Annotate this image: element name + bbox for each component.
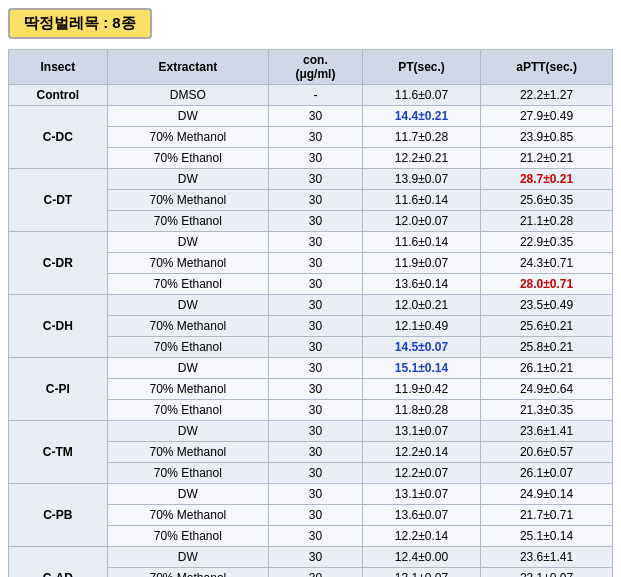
insect-label: Control xyxy=(9,85,108,106)
aptt-cell: 24.9±0.14 xyxy=(481,484,613,505)
table-row: C-ADDW3012.4±0.0023.6±1.41 xyxy=(9,547,613,568)
extractant-cell: DW xyxy=(107,547,268,568)
extractant-cell: DW xyxy=(107,295,268,316)
con-cell: 30 xyxy=(269,211,363,232)
table-row: C-DHDW3012.0±0.2123.5±0.49 xyxy=(9,295,613,316)
pt-cell: 13.1±0.07 xyxy=(362,568,480,578)
extractant-cell: 70% Ethanol xyxy=(107,337,268,358)
insect-label: C-TM xyxy=(9,421,108,484)
aptt-cell: 27.9±0.49 xyxy=(481,106,613,127)
extractant-cell: DW xyxy=(107,106,268,127)
aptt-cell: 22.9±0.35 xyxy=(481,232,613,253)
aptt-cell: 23.6±1.41 xyxy=(481,421,613,442)
pt-cell: 12.2±0.14 xyxy=(362,526,480,547)
aptt-cell: 28.0±0.71 xyxy=(481,274,613,295)
aptt-cell: 26.1±0.07 xyxy=(481,463,613,484)
pt-cell: 11.9±0.07 xyxy=(362,253,480,274)
pt-cell: 11.9±0.42 xyxy=(362,379,480,400)
insect-label: C-AD xyxy=(9,547,108,578)
table-row: C-TMDW3013.1±0.0723.6±1.41 xyxy=(9,421,613,442)
extractant-cell: 70% Methanol xyxy=(107,127,268,148)
extractant-cell: DMSO xyxy=(107,85,268,106)
con-cell: 30 xyxy=(269,148,363,169)
aptt-cell: 28.7±0.21 xyxy=(481,169,613,190)
con-cell: 30 xyxy=(269,463,363,484)
aptt-cell: 23.9±0.85 xyxy=(481,127,613,148)
extractant-cell: DW xyxy=(107,358,268,379)
table-row: C-DTDW3013.9±0.0728.7±0.21 xyxy=(9,169,613,190)
aptt-cell: 21.7±0.71 xyxy=(481,505,613,526)
con-cell: 30 xyxy=(269,253,363,274)
col-extractant: Extractant xyxy=(107,50,268,85)
con-cell: 30 xyxy=(269,106,363,127)
pt-cell: 13.6±0.14 xyxy=(362,274,480,295)
insect-label: C-PB xyxy=(9,484,108,547)
pt-cell: 11.6±0.14 xyxy=(362,190,480,211)
aptt-cell: 25.1±0.14 xyxy=(481,526,613,547)
extractant-cell: DW xyxy=(107,169,268,190)
extractant-cell: 70% Ethanol xyxy=(107,463,268,484)
table-row: C-DCDW3014.4±0.2127.9±0.49 xyxy=(9,106,613,127)
con-cell: 30 xyxy=(269,295,363,316)
col-con: con.(μg/ml) xyxy=(269,50,363,85)
aptt-cell: 23.5±0.49 xyxy=(481,295,613,316)
title-box: 딱정벌레목 : 8종 xyxy=(8,8,152,39)
con-cell: 30 xyxy=(269,232,363,253)
insect-label: C-PI xyxy=(9,358,108,421)
pt-cell: 11.6±0.07 xyxy=(362,85,480,106)
con-cell: 30 xyxy=(269,274,363,295)
insect-label: C-DT xyxy=(9,169,108,232)
con-cell: 30 xyxy=(269,169,363,190)
aptt-cell: 25.6±0.21 xyxy=(481,316,613,337)
pt-cell: 11.8±0.28 xyxy=(362,400,480,421)
table-row: ControlDMSO-11.6±0.0722.2±1.27 xyxy=(9,85,613,106)
pt-cell: 14.5±0.07 xyxy=(362,337,480,358)
pt-cell: 13.6±0.07 xyxy=(362,505,480,526)
table-row: C-PBDW3013.1±0.0724.9±0.14 xyxy=(9,484,613,505)
aptt-cell: 23.1±0.07 xyxy=(481,568,613,578)
pt-cell: 13.9±0.07 xyxy=(362,169,480,190)
aptt-cell: 20.6±0.57 xyxy=(481,442,613,463)
con-cell: 30 xyxy=(269,190,363,211)
aptt-cell: 24.9±0.64 xyxy=(481,379,613,400)
con-cell: 30 xyxy=(269,547,363,568)
insect-label: C-DR xyxy=(9,232,108,295)
table-row: C-DRDW3011.6±0.1422.9±0.35 xyxy=(9,232,613,253)
extractant-cell: 70% Ethanol xyxy=(107,274,268,295)
main-table: Insect Extractant con.(μg/ml) PT(sec.) a… xyxy=(8,49,613,577)
pt-cell: 12.4±0.00 xyxy=(362,547,480,568)
extractant-cell: 70% Methanol xyxy=(107,379,268,400)
aptt-cell: 25.6±0.35 xyxy=(481,190,613,211)
aptt-cell: 21.3±0.35 xyxy=(481,400,613,421)
pt-cell: 12.1±0.49 xyxy=(362,316,480,337)
aptt-cell: 25.8±0.21 xyxy=(481,337,613,358)
pt-cell: 12.0±0.21 xyxy=(362,295,480,316)
insect-label: C-DH xyxy=(9,295,108,358)
extractant-cell: 70% Methanol xyxy=(107,568,268,578)
extractant-cell: 70% Ethanol xyxy=(107,400,268,421)
extractant-cell: 70% Methanol xyxy=(107,253,268,274)
extractant-cell: DW xyxy=(107,232,268,253)
table-row: C-PIDW3015.1±0.1426.1±0.21 xyxy=(9,358,613,379)
extractant-cell: 70% Methanol xyxy=(107,505,268,526)
aptt-cell: 21.2±0.21 xyxy=(481,148,613,169)
pt-cell: 11.6±0.14 xyxy=(362,232,480,253)
con-cell: 30 xyxy=(269,400,363,421)
col-aptt: aPTT(sec.) xyxy=(481,50,613,85)
con-cell: 30 xyxy=(269,568,363,578)
con-cell: 30 xyxy=(269,127,363,148)
col-insect: Insect xyxy=(9,50,108,85)
insect-label: C-DC xyxy=(9,106,108,169)
con-cell: 30 xyxy=(269,337,363,358)
extractant-cell: DW xyxy=(107,484,268,505)
aptt-cell: 26.1±0.21 xyxy=(481,358,613,379)
con-cell: 30 xyxy=(269,442,363,463)
pt-cell: 11.7±0.28 xyxy=(362,127,480,148)
pt-cell: 12.2±0.07 xyxy=(362,463,480,484)
pt-cell: 12.2±0.21 xyxy=(362,148,480,169)
pt-cell: 13.1±0.07 xyxy=(362,421,480,442)
pt-cell: 12.0±0.07 xyxy=(362,211,480,232)
extractant-cell: 70% Methanol xyxy=(107,442,268,463)
pt-cell: 12.2±0.14 xyxy=(362,442,480,463)
con-cell: 30 xyxy=(269,379,363,400)
